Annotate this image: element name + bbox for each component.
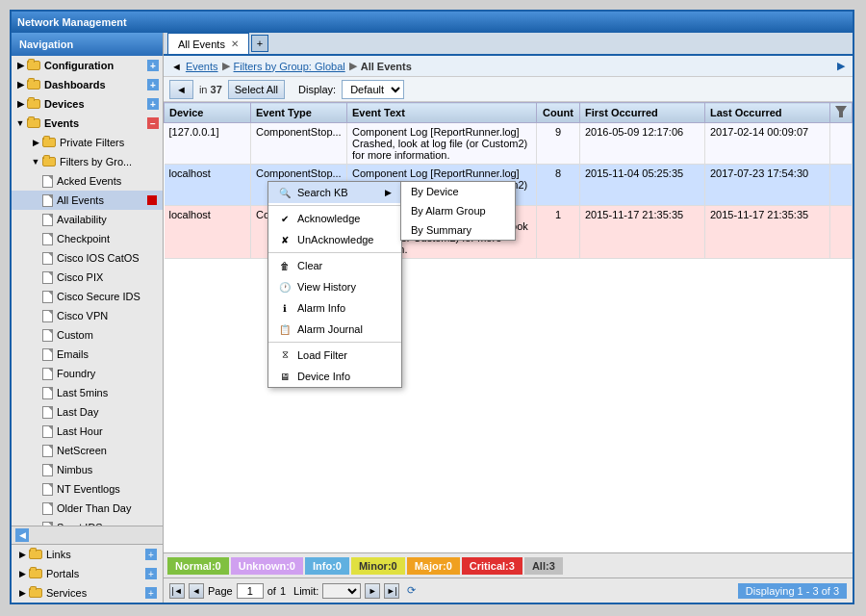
sidebar-item-snort-ids[interactable]: Snort IDS xyxy=(12,518,163,526)
sidebar-item-devices[interactable]: ▶ Devices + xyxy=(12,94,163,114)
expand-icon: ▶ xyxy=(17,550,27,559)
ctx-label: Search KB xyxy=(297,187,348,198)
limit-select[interactable] xyxy=(322,583,361,599)
submenu-by-alarm-group[interactable]: By Alarm Group xyxy=(401,201,515,220)
sidebar-item-cisco-vpn[interactable]: Cisco VPN xyxy=(12,306,163,325)
refresh-button[interactable]: ⟳ xyxy=(407,584,416,597)
doc-icon xyxy=(42,522,53,526)
col-header-device[interactable]: Device xyxy=(165,103,251,123)
display-select[interactable]: Default xyxy=(342,80,404,99)
col-header-filter[interactable] xyxy=(830,103,853,123)
cell-first: 2015-11-17 21:35:35 xyxy=(580,206,705,259)
table-row[interactable]: [127.0.0.1] ComponentStop... Component L… xyxy=(165,123,853,165)
doc-icon xyxy=(42,271,53,284)
sidebar-item-foundry[interactable]: Foundry xyxy=(12,364,163,383)
plus-button[interactable]: + xyxy=(147,79,159,90)
ctx-item-acknowledge[interactable]: ✔ Acknowledge xyxy=(268,208,401,229)
doc-icon xyxy=(42,368,53,380)
sidebar-item-cisco-pix[interactable]: Cisco PIX xyxy=(12,268,163,287)
sidebar-item-services[interactable]: ▶ Services + xyxy=(12,583,163,603)
plus-button[interactable]: + xyxy=(147,98,159,110)
tab-all-events[interactable]: All Events ✕ xyxy=(167,33,249,54)
sidebar-item-dashboards[interactable]: ▶ Dashboards + xyxy=(12,75,163,94)
breadcrumb-action[interactable]: ▶ xyxy=(837,60,845,72)
plus-button[interactable]: + xyxy=(145,549,157,560)
cell-filter xyxy=(830,206,853,259)
submenu-by-summary[interactable]: By Summary xyxy=(401,220,515,240)
plus-button[interactable]: + xyxy=(147,60,159,71)
sidebar-item-last5mins[interactable]: Last 5mins xyxy=(12,383,163,402)
sidebar-item-filters-group[interactable]: ▼ Filters by Gro... xyxy=(12,152,163,171)
nav-label: Cisco Secure IDS xyxy=(57,291,140,302)
cell-first: 2015-11-04 05:25:35 xyxy=(580,165,705,206)
sidebar-item-last-day[interactable]: Last Day xyxy=(12,402,163,422)
ctx-item-device-info[interactable]: 🖥 Device Info xyxy=(268,366,401,387)
sidebar-item-nimbus[interactable]: Nimbus xyxy=(12,460,163,479)
tab-close-icon[interactable]: ✕ xyxy=(231,38,239,49)
ctx-item-load-filter[interactable]: ⧖ Load Filter xyxy=(268,345,401,366)
sidebar-item-availability[interactable]: Availability xyxy=(12,210,163,229)
sidebar-item-portals[interactable]: ▶ Portals + xyxy=(12,564,163,583)
doc-icon xyxy=(42,425,53,438)
alert-indicator xyxy=(147,195,157,205)
plus-button[interactable]: + xyxy=(145,587,157,599)
page-next-button[interactable]: ► xyxy=(365,583,380,599)
pagination-bar: |◄ ◄ Page of 1 Limit: ► ►| ⟳ Displaying … xyxy=(164,578,853,603)
ctx-label: Clear xyxy=(297,260,322,271)
badge-major: Major: 0 xyxy=(407,557,460,575)
page-first-button[interactable]: |◄ xyxy=(169,583,185,599)
ctx-item-clear[interactable]: 🗑 Clear xyxy=(268,255,401,276)
breadcrumb-current: All Events xyxy=(361,61,412,72)
ctx-item-alarm-journal[interactable]: 📋 Alarm Journal xyxy=(268,319,401,340)
page-prev-button[interactable]: ◄ xyxy=(189,583,204,599)
of-label: of xyxy=(267,585,276,597)
badge-normal: Normal: 0 xyxy=(167,557,229,575)
tab-add-button[interactable]: + xyxy=(251,35,268,52)
sidebar-item-private-filters[interactable]: ▶ Private Filters xyxy=(12,133,163,152)
folder-icon xyxy=(42,138,56,147)
expand-icon: ▼ xyxy=(15,118,25,128)
sidebar-item-older-than-day[interactable]: Older Than Day xyxy=(12,499,163,518)
sidebar-item-netscreen[interactable]: NetScreen xyxy=(12,441,163,460)
select-all-button[interactable]: Select All xyxy=(228,80,285,99)
nav-label: Nimbus xyxy=(57,464,92,475)
sidebar-item-links[interactable]: ▶ Links + xyxy=(12,545,163,564)
sidebar-item-emails[interactable]: Emails xyxy=(12,345,163,364)
back-button[interactable]: ◄ xyxy=(169,80,193,99)
ctx-item-alarm-info[interactable]: ℹ Alarm Info xyxy=(268,297,401,319)
ctx-separator xyxy=(268,205,401,206)
col-header-last[interactable]: Last Occurred xyxy=(705,103,830,123)
breadcrumb-filters[interactable]: Filters by Group: Global xyxy=(234,61,345,72)
col-header-event-text[interactable]: Event Text xyxy=(347,103,537,123)
display-label: Display: xyxy=(298,84,336,95)
ctx-item-view-history[interactable]: 🕐 View History xyxy=(268,276,401,297)
sidebar-item-all-events[interactable]: All Events xyxy=(12,191,163,210)
doc-icon xyxy=(42,406,53,419)
page-number-input[interactable] xyxy=(237,583,264,599)
sidebar-item-nt-eventlogs[interactable]: NT Eventlogs xyxy=(12,479,163,499)
minus-button[interactable]: − xyxy=(147,117,159,129)
nav-label: Portals xyxy=(46,568,79,579)
sidebar-item-acked-events[interactable]: Acked Events xyxy=(12,171,163,191)
content-area: Navigation ▶ Configuration + ▶ Dashboard… xyxy=(12,33,853,603)
plus-button[interactable]: + xyxy=(145,568,157,579)
col-header-event-type[interactable]: Event Type xyxy=(251,103,347,123)
col-header-count[interactable]: Count xyxy=(537,103,580,123)
sidebar-item-events[interactable]: ▼ Events − xyxy=(12,114,163,133)
sidebar-item-checkpoint[interactable]: Checkpoint xyxy=(12,229,163,248)
folder-icon xyxy=(27,61,40,70)
sidebar-item-cisco-ids[interactable]: Cisco Secure IDS xyxy=(12,287,163,306)
sidebar-item-configuration[interactable]: ▶ Configuration + xyxy=(12,56,163,75)
submenu-by-device[interactable]: By Device xyxy=(401,182,515,201)
page-last-button[interactable]: ►| xyxy=(384,583,399,599)
ctx-item-search-kb[interactable]: 🔍 Search KB ▶ xyxy=(268,182,401,203)
sidebar-collapse-bar[interactable]: ◀ xyxy=(12,526,163,544)
ctx-item-unacknowledge[interactable]: ✘ UnAcknowledge xyxy=(268,229,401,250)
sidebar-item-cisco-ios[interactable]: Cisco IOS CatOS xyxy=(12,248,163,268)
collapse-button[interactable]: ◀ xyxy=(15,528,29,542)
col-header-first[interactable]: First Occurred xyxy=(580,103,705,123)
sidebar-item-custom[interactable]: Custom xyxy=(12,325,163,345)
breadcrumb-events[interactable]: Events xyxy=(186,61,218,72)
ctx-separator xyxy=(268,342,401,343)
sidebar-item-last-hour[interactable]: Last Hour xyxy=(12,422,163,441)
